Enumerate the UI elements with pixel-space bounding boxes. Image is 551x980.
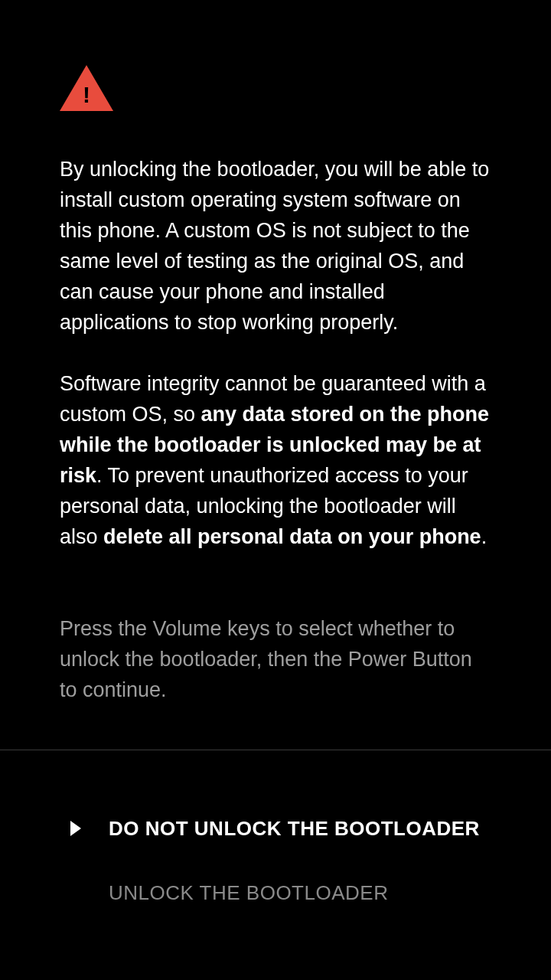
instruction-hint: Press the Volume keys to select whether … [0,583,551,705]
option-label: DO NOT UNLOCK THE BOOTLOADER [109,817,480,841]
option-label: UNLOCK THE BOOTLOADER [109,881,388,905]
warning-paragraph-2: Software integrity cannot be guaranteed … [60,368,491,552]
selection-arrow-icon [70,821,81,836]
bootloader-unlock-screen: ! By unlocking the bootloader, you will … [0,0,551,980]
warning-content: ! By unlocking the bootloader, you will … [0,0,551,583]
warning-triangle-icon: ! [60,65,113,111]
option-do-not-unlock[interactable]: DO NOT UNLOCK THE BOOTLOADER [0,801,551,856]
options-list: DO NOT UNLOCK THE BOOTLOADER UNLOCK THE … [0,750,551,920]
warning-paragraph-1: By unlocking the bootloader, you will be… [60,154,491,338]
warning-p2-text-e: . [481,525,487,548]
option-unlock[interactable]: UNLOCK THE BOOTLOADER [0,865,551,920]
warning-p2-bold-delete: delete all personal data on your phone [103,525,481,548]
